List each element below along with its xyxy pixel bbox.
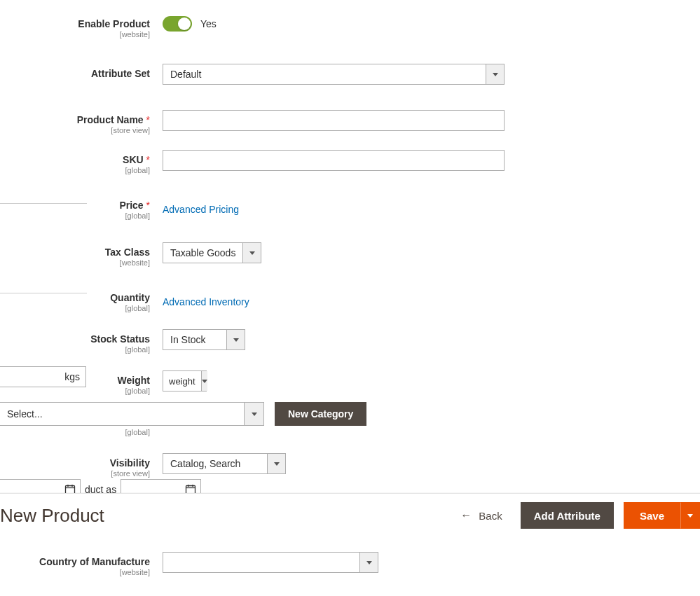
weight-label: Weight: [118, 375, 150, 386]
attribute-set-select[interactable]: Default: [163, 64, 505, 85]
weight-scope: [global]: [0, 387, 150, 395]
categories-select[interactable]: Select...: [0, 402, 264, 426]
enable-product-label: Enable Product: [78, 18, 150, 29]
product-name-input[interactable]: [163, 110, 505, 131]
visibility-value: Catalog, Search: [163, 454, 267, 473]
chevron-down-icon: [687, 514, 693, 518]
arrow-left-icon: ←: [460, 509, 472, 522]
price-label: Price: [119, 200, 150, 211]
weight-ship-text: weight: [163, 371, 201, 391]
stock-status-value: In Stock: [163, 330, 226, 349]
attribute-set-label: Attribute Set: [91, 68, 150, 79]
tax-class-scope: [website]: [0, 258, 150, 267]
stock-status-scope: [global]: [0, 345, 150, 354]
chevron-down-icon[interactable]: [486, 64, 504, 84]
visibility-select[interactable]: Catalog, Search: [163, 453, 286, 474]
quantity-label: Quantity: [110, 292, 150, 303]
save-button[interactable]: Save: [624, 502, 680, 529]
page-title: New Product: [0, 505, 104, 527]
country-label: Country of Manufacture: [39, 556, 150, 567]
chevron-down-icon[interactable]: [226, 330, 245, 349]
country-select[interactable]: [163, 552, 378, 573]
price-scope: [global]: [0, 212, 150, 220]
country-value: [163, 553, 359, 572]
back-label: Back: [479, 510, 502, 522]
product-name-scope: [store view]: [0, 126, 150, 134]
product-name-label: Product Name: [77, 114, 150, 125]
country-scope: [website]: [0, 568, 150, 576]
quantity-scope: [global]: [0, 304, 150, 312]
tax-class-label: Tax Class: [105, 247, 150, 258]
save-dropdown-toggle[interactable]: [680, 502, 700, 529]
tax-class-select[interactable]: Taxable Goods: [163, 242, 261, 263]
chevron-down-icon[interactable]: [242, 243, 261, 263]
categories-placeholder: Select...: [0, 403, 244, 425]
enable-product-value: Yes: [200, 18, 217, 29]
sku-input[interactable]: [163, 150, 505, 171]
visibility-label: Visibility: [110, 457, 150, 469]
weight-unit-box: kgs: [0, 366, 86, 387]
advanced-pricing-link[interactable]: Advanced Pricing: [163, 204, 239, 215]
categories-scope: [global]: [0, 428, 150, 436]
weight-unit-text: kgs: [64, 371, 80, 382]
chevron-down-icon[interactable]: [201, 371, 207, 391]
chevron-down-icon[interactable]: [244, 403, 263, 425]
chevron-down-icon[interactable]: [359, 553, 378, 572]
back-link[interactable]: ← Back: [460, 509, 502, 522]
chevron-down-icon[interactable]: [267, 454, 285, 473]
sku-label: SKU: [123, 154, 150, 165]
advanced-inventory-link[interactable]: Advanced Inventory: [163, 296, 249, 307]
tax-class-value: Taxable Goods: [163, 243, 242, 263]
attribute-set-value: Default: [163, 64, 486, 84]
stock-status-label: Stock Status: [90, 333, 150, 345]
visibility-scope: [store view]: [0, 469, 150, 478]
stock-status-select[interactable]: In Stock: [163, 329, 245, 350]
new-category-button[interactable]: New Category: [275, 402, 366, 426]
sku-scope: [global]: [0, 166, 150, 174]
enable-product-scope: [website]: [0, 30, 150, 39]
weight-ship-select[interactable]: weight: [163, 370, 207, 391]
enable-product-toggle[interactable]: [163, 16, 192, 32]
add-attribute-button[interactable]: Add Attribute: [521, 502, 614, 529]
